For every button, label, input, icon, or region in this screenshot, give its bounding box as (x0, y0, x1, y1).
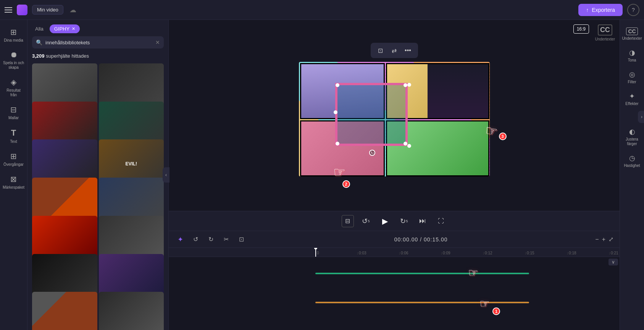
loop-tool-button[interactable]: ⇄ (389, 45, 400, 56)
cloud-sync-icon: ☁ (69, 6, 76, 14)
sidebar-item-templates[interactable]: ⊟ Mallar (2, 102, 26, 123)
play-button[interactable]: ▶ (378, 214, 392, 228)
timeline-tracks: ⏸ ⏸ (169, 257, 620, 320)
video-content: ↻ (299, 62, 490, 176)
sidebar-item-results[interactable]: ◈ Resultat från (2, 74, 26, 100)
export-icon: ↑ (586, 7, 589, 13)
media-thumb-13[interactable] (32, 292, 97, 330)
adjust-icon: ◐ (629, 128, 635, 136)
subtitles-panel-button[interactable]: CC Undertexter (595, 24, 615, 41)
zoom-in-button[interactable]: + (602, 236, 605, 243)
comic-track[interactable] (315, 302, 529, 303)
cc-icon: CC (598, 24, 612, 36)
more-options-button[interactable]: ••• (403, 45, 413, 56)
fullscreen-button[interactable]: ⛶ (435, 215, 447, 227)
crop-tool-button[interactable]: ⊡ (375, 45, 386, 56)
comic-track-row: ☞ 1 (315, 289, 620, 316)
video-title[interactable]: Min video (32, 5, 63, 15)
sidebar-item-transitions[interactable]: ⊞ Övergångar (2, 149, 26, 170)
media-thumb-14[interactable] (99, 292, 164, 330)
right-panel-adjust[interactable]: ◐ Justera färger (621, 125, 644, 149)
templates-icon: ⊟ (10, 105, 17, 114)
sidebar-item-text[interactable]: T Text (2, 125, 26, 147)
transitions-icon: ⊞ (10, 152, 17, 161)
timeline-time-display: 00:00.00 / 00:15.00 (251, 236, 591, 243)
step-badge-2: 2 (342, 180, 350, 188)
text-label: Text (10, 139, 17, 144)
giphy-close-icon[interactable]: ✕ (72, 26, 75, 31)
right-panel: CC Undertexter ◑ Tona ◎ Filter ✦ Effekte… (620, 20, 644, 330)
right-panel-tone[interactable]: ◑ Tona (621, 45, 644, 66)
crop-handle-bl[interactable] (336, 142, 339, 146)
effects-icon: ✦ (629, 92, 635, 100)
step-badge-1: 1 (492, 307, 500, 315)
next-frame-button[interactable]: ⏭ (416, 215, 429, 227)
ruler-mark-12: 0:12 (483, 251, 525, 255)
adjust-label: Justera färger (622, 137, 642, 146)
tab-all[interactable]: Alla (32, 24, 47, 33)
crop-handle-tl[interactable] (336, 83, 339, 87)
video-track[interactable]: ⏸ ⏸ (315, 273, 529, 274)
right-panel-collapse-button[interactable]: › (638, 111, 644, 123)
rotate-handle[interactable]: ↻ (369, 150, 375, 156)
sidebar-item-record[interactable]: ⏺ Spela in och skapa (2, 47, 26, 73)
crop-handle-mt[interactable] (407, 83, 411, 87)
subtitle-toggle-button[interactable]: ⊟ (342, 215, 354, 227)
search-icon: 🔍 (36, 39, 42, 45)
scissors-button[interactable]: ✂ (221, 234, 231, 245)
aspect-ratio-badge[interactable]: 16:9 (573, 24, 589, 34)
panel-collapse-button[interactable]: ‹ (163, 167, 169, 183)
ruler-mark-0: 0 (315, 251, 357, 255)
step-badge-3: 3 (499, 133, 507, 140)
expand-timeline-button[interactable]: ⤢ (608, 236, 613, 243)
app-logo (17, 5, 27, 15)
right-panel-speed[interactable]: ◷ Hastighet (621, 151, 644, 171)
right-panel-effects[interactable]: ✦ Effekter (621, 89, 644, 109)
timeline-collapse-button[interactable]: ∨ (608, 259, 618, 265)
ruler-mark-15: 0:15 (525, 251, 567, 255)
crop-handle-ml[interactable] (334, 110, 337, 114)
timeline-section: ✦ ↺ ↻ ✂ ⊡ 00:00.00 / 00:15.00 − + ⤢ (169, 231, 620, 330)
text-icon: T (11, 128, 16, 138)
hand-on-comic-track: ☞ (479, 297, 490, 310)
zoom-out-button[interactable]: − (595, 236, 599, 243)
undo-button[interactable]: ↺ (190, 234, 201, 245)
export-button[interactable]: ↑ Exportera (578, 4, 623, 16)
hand-on-video-track: ☞ (468, 266, 478, 279)
zoom-controls: − + ⤢ (595, 236, 613, 243)
export-label: Exportera (592, 7, 615, 13)
tab-giphy[interactable]: GIPHY ✕ (50, 24, 80, 33)
search-input[interactable]: innehållsbibliotekets (45, 40, 152, 45)
magic-tool-button[interactable]: ✦ (175, 234, 186, 245)
sidebar-item-media[interactable]: ⊞ Dina media (2, 24, 26, 46)
sidebar-item-brand[interactable]: ⊠ Märkespaket (2, 171, 26, 193)
crop-frame (335, 83, 408, 146)
crop-handle-br[interactable] (404, 142, 407, 146)
subtitles-label: Undertexter (622, 36, 642, 41)
playhead[interactable] (315, 248, 316, 257)
hand-cursor-2: ☞ (333, 164, 345, 180)
effects-label: Effekter (625, 102, 638, 106)
hamburger-menu[interactable] (5, 7, 12, 13)
redo-button[interactable]: ↻ (205, 234, 216, 245)
timeline-toolbar: ✦ ↺ ↻ ✂ ⊡ 00:00.00 / 00:15.00 − + ⤢ (169, 231, 620, 248)
timeline-content: 0 0:03 0:06 0:09 0:12 0:15 0:18 0:21 0:2… (169, 248, 620, 330)
brand-label: Märkespaket (3, 185, 24, 190)
video-toolbar: ⊡ ⇄ ••• (371, 43, 418, 58)
crop-handle-tr[interactable] (404, 83, 407, 87)
right-panel-subtitles[interactable]: CC Undertexter (621, 24, 644, 44)
speed-icon: ◷ (629, 154, 635, 162)
panel-tabs: Alla GIPHY ✕ (27, 20, 168, 36)
crop-handle-mr[interactable] (407, 144, 411, 148)
results-icon: ◈ (11, 78, 16, 87)
right-panel-filter[interactable]: ◎ Filter (621, 67, 644, 87)
brand-icon: ⊠ (10, 175, 17, 184)
skip-fwd-5-button[interactable]: ↻5 (398, 215, 410, 227)
search-clear-icon[interactable]: ✕ (155, 39, 160, 45)
result-count: 3,209 superhjälte hittades (27, 52, 168, 62)
help-button[interactable]: ? (627, 4, 639, 16)
duplicate-button[interactable]: ⊡ (236, 234, 247, 245)
skip-back-5-button[interactable]: ↺5 (360, 215, 372, 227)
ruler-mark-18: 0:18 (567, 251, 609, 255)
main-area: 16:9 ⊡ ⇄ ••• (169, 20, 620, 330)
